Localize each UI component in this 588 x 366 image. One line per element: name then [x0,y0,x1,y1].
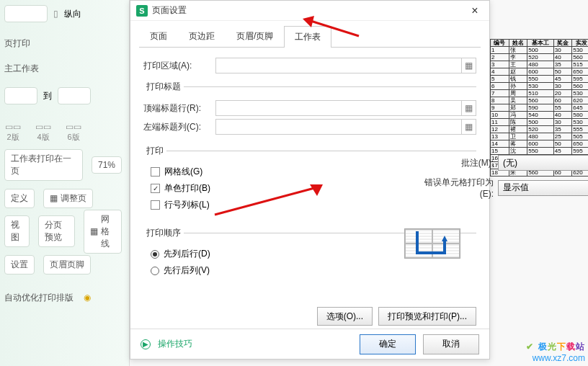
site-logo: ✔ 极光下载站 www.xz7.com [526,338,585,363]
doc-icon: ▯ [53,9,58,19]
select-errors[interactable]: 显示值 [498,180,588,196]
tab-bar: 页面 页边距 页眉/页脚 工作表 [139,25,481,48]
label-to: 到 [43,90,52,102]
range-picker-icon[interactable]: ▦ [462,119,476,135]
label-pageprint: 页打印 [4,37,125,50]
tip-icon: ▶ [141,339,151,349]
label-print-area: 打印区域(A): [143,60,215,72]
layout-4up-button[interactable]: ▭▭4版 [35,121,52,143]
select-comments[interactable]: (无) [498,155,588,171]
dialog-title: 页面设置 [152,4,466,17]
autofit-label: 自动优化打印排版 [4,292,74,304]
headerfooter-button[interactable]: 页眉页脚 [43,255,91,274]
coin-icon: ◉ [84,293,91,303]
adjust-page-button[interactable]: ▦调整页 [43,189,93,208]
print-sidebar: ▯ 纵向 页打印 主工作表 到 ▭▭2版 ▭▭4版 ▭▭6版 工作表打印在一页 … [0,0,130,366]
top-title-input[interactable] [215,100,462,116]
page-from-input[interactable] [4,87,37,104]
group-print-titles: 打印标题 顶端标题行(R): ▦ 左端标题列(C): ▦ [143,81,476,138]
range-picker-icon[interactable]: ▦ [462,100,476,116]
title-bar: S 页面设置 × [130,1,489,21]
view-button[interactable]: 视图 [4,215,30,247]
cancel-button[interactable]: 取消 [423,334,479,354]
page-to-input[interactable] [58,87,91,104]
legend-order: 打印顺序 [143,227,184,239]
logo-swoosh-icon: ✔ [526,342,534,352]
gridline-button[interactable]: ▦网格线 [84,210,122,254]
layout-6up-button[interactable]: ▭▭6版 [65,121,82,143]
settings-button[interactable]: 设置 [4,255,35,274]
tab-margins[interactable]: 页边距 [178,25,226,47]
print-area-input[interactable] [215,58,462,73]
label-sheet: 主工作表 [4,63,125,75]
app-icon: S [136,5,148,17]
left-title-input[interactable] [215,119,462,135]
layout-2up-button[interactable]: ▭▭2版 [4,121,22,143]
tab-sheet[interactable]: 工作表 [284,26,331,48]
legend-print-titles: 打印标题 [143,81,184,93]
label-top-title: 顶端标题行(R): [143,102,215,115]
page-preview-button[interactable]: 分页预览 [38,215,75,247]
zoom-percent[interactable]: 71% [92,156,122,174]
tab-headerfooter[interactable]: 页眉/页脚 [226,25,284,47]
legend-print: 打印 [143,145,166,157]
label-errors: 错误单元格打印为(E): [411,177,498,199]
options-button[interactable]: 选项(O)... [317,307,373,326]
orientation-label: 纵向 [64,8,81,20]
tip-link[interactable]: 操作技巧 [158,338,192,350]
preview-print-button[interactable]: 打印预览和打印(P)... [378,307,476,326]
ok-button[interactable]: 确定 [360,334,416,354]
print-order-illustration [404,228,460,259]
label-left-title: 左端标题列(C): [143,121,215,133]
tab-page[interactable]: 页面 [139,25,178,47]
close-icon[interactable]: × [466,4,484,17]
range-picker-icon[interactable]: ▦ [462,58,476,73]
orientation-select[interactable] [4,5,48,22]
page-setup-dialog: S 页面设置 × 页面 页边距 页眉/页脚 工作表 打印区域(A): ▦ 打印标… [130,0,490,360]
fit-to-page-select[interactable]: 工作表打印在一页 [4,149,83,181]
custom-button[interactable]: 定义 [4,189,35,208]
radio-row-first[interactable]: 先行后列(V) [151,264,476,277]
site-url: www.xz7.com [526,353,585,363]
label-comments: 批注(M): [411,157,498,169]
